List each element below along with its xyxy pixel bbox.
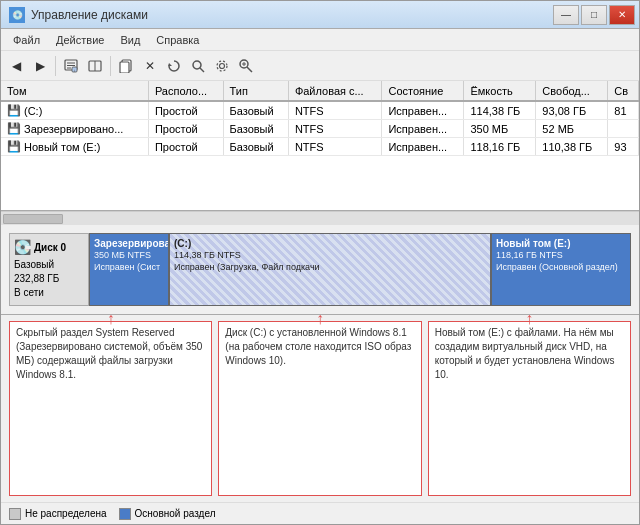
toolbar: ◀ ▶ i ✕ [1,51,639,81]
cell-sv-e: 93 [608,138,639,156]
arrow-icon-2: ↑ [316,308,324,330]
svg-text:i: i [74,67,75,72]
title-bar: 💿 Управление дисками — □ ✕ [1,1,639,29]
col-header-tom[interactable]: Том [1,81,148,101]
window-title: Управление дисками [31,8,148,22]
legend-primary: Основной раздел [119,508,216,520]
seg-e-title: Новый том (E:) [496,237,626,250]
maximize-button[interactable]: □ [581,5,607,25]
legend-label-unallocated: Не распределена [25,508,107,519]
seg-c-sub2: Исправен (Загрузка, Файл подкачи [174,262,486,274]
annotation-3-text: Новый том (E:) с файлами. На нём мы созд… [435,327,615,380]
table-row[interactable]: 💾 Новый том (E:) Простой Базовый NTFS Ис… [1,138,639,156]
col-header-free[interactable]: Свобод... [536,81,608,101]
cell-sv-c: 81 [608,101,639,120]
cell-status-e: Исправен... [382,138,464,156]
table-row[interactable]: 💾 (C:) Простой Базовый NTFS Исправен... … [1,101,639,120]
scroll-thumb[interactable] [3,214,63,224]
cell-name-e: 💾 Новый том (E:) [1,138,148,156]
menu-view[interactable]: Вид [112,32,148,48]
disk-segments: Зарезервирова... 350 МБ NTFS Исправен (С… [89,233,631,306]
cell-status-reserved: Исправен... [382,120,464,138]
hdd-icon: 💽 [14,238,31,258]
cell-fs-reserved: NTFS [288,120,382,138]
table-row[interactable]: 💾 Зарезервировано... Простой Базовый NTF… [1,120,639,138]
seg-c-title: (C:) [174,237,486,250]
toolbar-separator-1 [55,56,56,76]
legend-label-primary: Основной раздел [135,508,216,519]
svg-marker-10 [168,63,172,66]
cell-free-c: 93,08 ГБ [536,101,608,120]
cell-type-c: Базовый [223,101,288,120]
disk-label: 💽 Диск 0 Базовый 232,88 ГБ В сети [9,233,89,306]
settings-button[interactable] [211,55,233,77]
cell-layout-e: Простой [148,138,223,156]
title-buttons: — □ ✕ [553,5,635,25]
svg-point-11 [193,61,201,69]
cell-name-c: 💾 (C:) [1,101,148,120]
col-header-tip[interactable]: Тип [223,81,288,101]
table-scrollbar[interactable] [1,211,639,225]
seg-e-sub1: 118,16 ГБ NTFS [496,250,626,262]
seg-reserved-sub1: 350 МБ NTFS [94,250,164,262]
svg-line-16 [247,67,252,72]
cell-cap-c: 114,38 ГБ [464,101,536,120]
properties-button[interactable]: i [60,55,82,77]
cell-cap-reserved: 350 МБ [464,120,536,138]
back-button[interactable]: ◀ [5,55,27,77]
cell-sv-reserved [608,120,639,138]
svg-point-13 [220,63,225,68]
disk-icon: 💾 [7,104,21,117]
disk-icon-2: 💾 [7,122,21,135]
toolbar-separator-2 [110,56,111,76]
disk-size: 232,88 ГБ [14,272,84,286]
menu-action[interactable]: Действие [48,32,112,48]
disk-status: В сети [14,286,84,300]
svg-line-12 [200,68,204,72]
volume-table-area[interactable]: Том Располо... Тип Файловая с... Состоян… [1,81,639,211]
title-bar-left: 💿 Управление дисками [9,7,148,23]
legend-color-primary [119,508,131,520]
legend-color-unallocated [9,508,21,520]
refresh-button[interactable] [163,55,185,77]
disk-icon-3: 💾 [7,140,21,153]
annotations-area: ↑ Скрытый раздел System Reserved (Зарезе… [1,315,639,502]
annotation-1-text: Скрытый раздел System Reserved (Зарезерв… [16,327,202,380]
close-button[interactable]: ✕ [609,5,635,25]
copy-button[interactable] [115,55,137,77]
forward-button[interactable]: ▶ [29,55,51,77]
arrow-icon-3: ↑ [525,308,533,330]
annotation-1: ↑ Скрытый раздел System Reserved (Зарезе… [9,321,212,496]
disk-graphic-area: 💽 Диск 0 Базовый 232,88 ГБ В сети Зарезе… [1,225,639,315]
col-header-status[interactable]: Состояние [382,81,464,101]
delete-button[interactable]: ✕ [139,55,161,77]
cell-fs-e: NTFS [288,138,382,156]
cell-name-reserved: 💾 Зарезервировано... [1,120,148,138]
window-icon: 💿 [9,7,25,23]
segment-reserved[interactable]: Зарезервирова... 350 МБ NTFS Исправен (С… [89,233,169,306]
col-header-fs[interactable]: Файловая с... [288,81,382,101]
annotation-2-text: Диск (С:) с установленной Windows 8.1 (н… [225,327,411,366]
minimize-button[interactable]: — [553,5,579,25]
cell-layout-c: Простой [148,101,223,120]
menu-bar: Файл Действие Вид Справка [1,29,639,51]
segment-e[interactable]: Новый том (E:) 118,16 ГБ NTFS Исправен (… [491,233,631,306]
table-header-row: Том Располо... Тип Файловая с... Состоян… [1,81,639,101]
search-button[interactable] [187,55,209,77]
arrow-icon-1: ↑ [107,308,115,330]
zoom-button[interactable] [235,55,257,77]
cell-status-c: Исправен... [382,101,464,120]
svg-point-14 [217,61,227,71]
segment-c[interactable]: (C:) 114,38 ГБ NTFS Исправен (Загрузка, … [169,233,491,306]
legend-unallocated: Не распределена [9,508,107,520]
svg-rect-9 [120,62,129,73]
annotation-3: ↑ Новый том (E:) с файлами. На нём мы со… [428,321,631,496]
menu-file[interactable]: Файл [5,32,48,48]
cell-free-e: 110,38 ГБ [536,138,608,156]
expand-button[interactable] [84,55,106,77]
col-header-capacity[interactable]: Ёмкость [464,81,536,101]
disk-name: 💽 Диск 0 [14,238,84,258]
col-header-sv[interactable]: Св [608,81,639,101]
col-header-raspo[interactable]: Располо... [148,81,223,101]
menu-help[interactable]: Справка [148,32,207,48]
